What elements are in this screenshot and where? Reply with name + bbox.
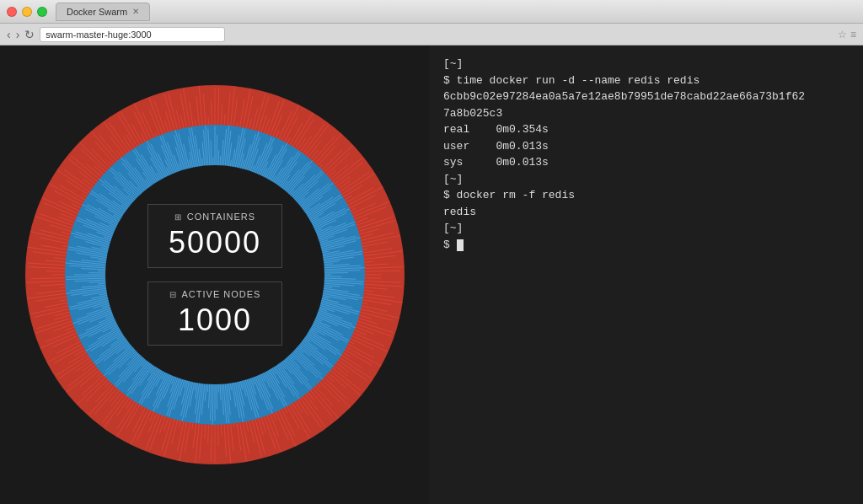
terminal-line: $ docker rm -f redis [443,187,850,204]
terminal-cursor [457,239,464,251]
svg-line-152 [218,425,219,446]
terminal-line: real 0m0.354s [443,121,850,138]
titlebar: Docker Swarm ✕ [0,0,863,24]
terminal-line: 6cbb9c02e97284ea0a5a7e12ae8b79951de78cab… [443,88,850,105]
terminal-line: [~] [443,220,850,237]
terminal-line: $ [443,237,850,254]
back-button[interactable]: ‹ [7,28,11,41]
tab-close-icon[interactable]: ✕ [132,7,139,16]
containers-block: ⊞ CONTAINERS 50000 [147,204,282,268]
svg-line-307 [220,156,221,165]
terminal-line: [~] [443,171,850,188]
menu-icon[interactable]: ≡ [850,29,856,40]
terminal-panel: [~]$ time docker run -d --name redis red… [430,46,863,504]
address-bar: ‹ › ↻ ☆ ≡ [0,24,863,46]
svg-line-508 [207,384,208,392]
terminal-line: [~] [443,56,850,72]
forward-button[interactable]: › [16,28,20,41]
tab-docker-swarm[interactable]: Docker Swarm ✕ [56,3,150,21]
terminal-line: user 0m0.013s [443,138,850,155]
address-bar-icons: ☆ ≡ [838,29,856,40]
window-controls [7,7,47,17]
bookmark-icon[interactable]: ☆ [838,29,847,40]
terminal-line: redis [443,204,850,221]
browser-panel: ⊞ CONTAINERS 50000 ⊟ ACTIVE NODES 1000 [0,46,430,504]
reload-button[interactable]: ↻ [24,28,35,41]
nodes-value: 1000 [169,303,261,338]
svg-line-151 [221,425,222,436]
svg-line-306 [218,150,219,165]
visualization: ⊞ CONTAINERS 50000 ⊟ ACTIVE NODES 1000 [21,81,409,469]
terminal-output: [~]$ time docker run -d --name redis red… [443,56,850,253]
close-button[interactable] [7,7,17,17]
center-info: ⊞ CONTAINERS 50000 ⊟ ACTIVE NODES 1000 [147,204,282,346]
svg-line-147 [233,424,234,427]
tab-label: Docker Swarm [67,7,127,17]
terminal-line: $ time docker run -d --name redis redis [443,72,850,89]
nodes-block: ⊟ ACTIVE NODES 1000 [147,281,282,346]
svg-line-305 [217,135,217,165]
maximize-button[interactable] [37,7,47,17]
minimize-button[interactable] [22,7,32,17]
terminal-line: sys 0m0.013s [443,154,850,171]
nodes-icon: ⊟ [169,290,177,299]
containers-icon: ⊞ [174,212,182,222]
url-input[interactable] [40,27,225,42]
main-content: ⊞ CONTAINERS 50000 ⊟ ACTIVE NODES 1000 [… [0,46,863,504]
containers-label: ⊞ CONTAINERS [169,212,261,222]
nodes-label: ⊟ ACTIVE NODES [169,289,261,299]
containers-value: 50000 [169,225,261,260]
tab-bar: Docker Swarm ✕ [56,3,856,21]
terminal-line: 7a8b025c3 [443,105,850,122]
